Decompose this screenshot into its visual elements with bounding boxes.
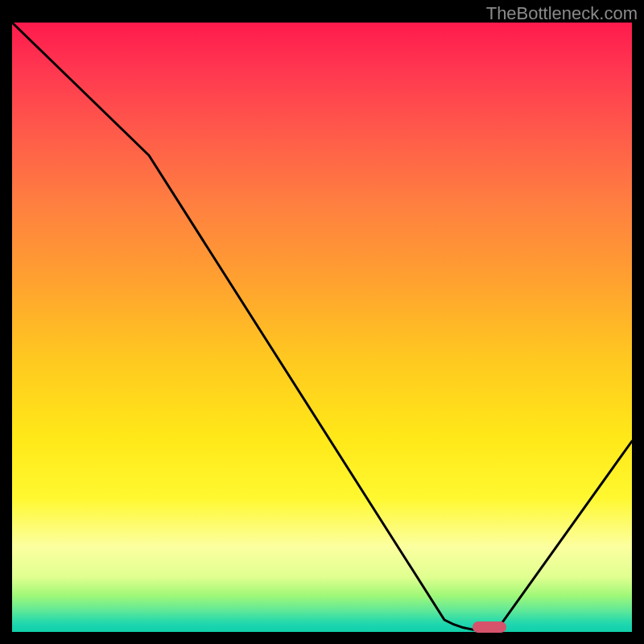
watermark-text: TheBottleneck.com — [486, 3, 638, 24]
curve-path — [12, 23, 632, 630]
optimum-marker — [473, 621, 506, 633]
chart-curve — [12, 23, 632, 632]
bottleneck-chart — [12, 23, 632, 632]
